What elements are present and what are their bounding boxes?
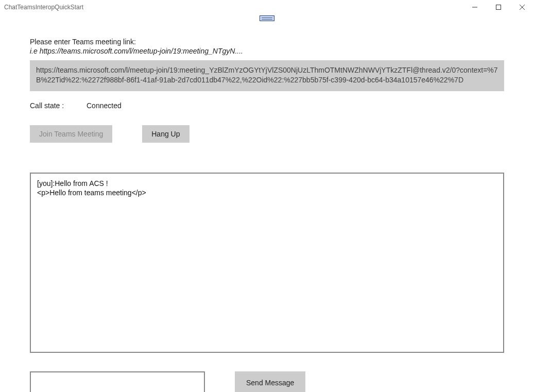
chat-line: [you]:Hello from ACS ! [37, 179, 497, 188]
call-state-value: Connected [87, 101, 122, 110]
join-meeting-button[interactable]: Join Teams Meeting [30, 125, 112, 143]
send-message-button[interactable]: Send Message [235, 371, 305, 392]
chat-log[interactable]: [you]:Hello from ACS ! <p>Hello from tea… [30, 173, 504, 353]
window-focus-indicator [0, 15, 534, 21]
grip-icon [260, 15, 274, 21]
meeting-link-example: i.e https://teams.microsoft.com/l/meetup… [30, 47, 504, 55]
close-button[interactable] [510, 0, 534, 14]
minimize-button[interactable] [463, 0, 487, 14]
maximize-button[interactable] [487, 0, 510, 14]
window-titlebar: ChatTeamsInteropQuickStart [0, 0, 534, 14]
message-input[interactable] [30, 371, 205, 392]
hang-up-button[interactable]: Hang Up [142, 125, 189, 143]
window-controls [463, 0, 534, 14]
meeting-link-input[interactable]: https://teams.microsoft.com/l/meetup-joi… [30, 60, 504, 91]
meeting-link-prompt-label: Please enter Teams meeting link: [30, 38, 504, 46]
svg-rect-1 [496, 5, 501, 10]
chat-line: <p>Hello from teams meeting</p> [37, 188, 497, 197]
window-title: ChatTeamsInteropQuickStart [4, 4, 83, 11]
call-state-label: Call state : [30, 101, 87, 110]
